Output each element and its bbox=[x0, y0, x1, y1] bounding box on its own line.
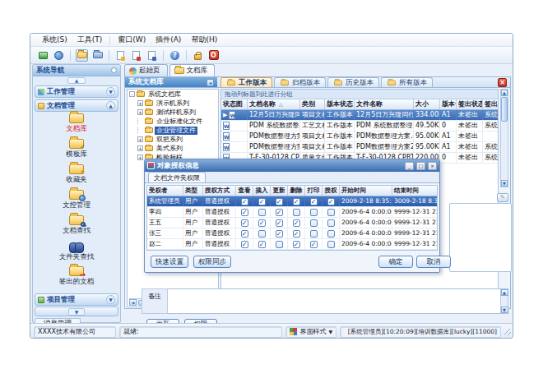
more-sections-bar[interactable]: ▼ bbox=[35, 307, 118, 316]
close-icon[interactable]: × bbox=[498, 78, 507, 87]
resize-grip[interactable] bbox=[504, 329, 511, 335]
sidebar-section-work[interactable]: 工作管理 ▼ bbox=[35, 85, 118, 98]
permission-row[interactable]: 李四用户普通授权✓✓2009-6-4 0:00:009999-12-31 23:… bbox=[147, 207, 437, 218]
note-textarea[interactable]: ▲ ▼ bbox=[168, 288, 508, 314]
exit-icon[interactable]: O bbox=[207, 49, 220, 62]
column-header-5[interactable]: 文件名称 bbox=[355, 99, 414, 109]
sidebar-item-7[interactable]: →签出的文档 bbox=[35, 266, 118, 289]
checkbox-checked-icon[interactable]: ✓ bbox=[241, 198, 248, 205]
sidebar-item-1[interactable]: 文档库 bbox=[35, 113, 118, 136]
permission-row[interactable]: 王五用户普通授权✓✓✓✓2009-6-4 0:00:009999-12-31 2… bbox=[147, 218, 437, 228]
checkbox-checked-icon[interactable]: ✓ bbox=[241, 230, 248, 238]
sidebar-item-6[interactable]: 文件夹查找 bbox=[35, 241, 118, 264]
mail-doc-icon[interactable] bbox=[114, 49, 127, 62]
folder-icon[interactable] bbox=[91, 49, 104, 62]
permission-column-header-10[interactable]: 开始时间 bbox=[340, 186, 392, 196]
permission-column-header-7[interactable]: 删除 bbox=[288, 186, 305, 196]
version-tab-2[interactable]: 归档版本 bbox=[274, 77, 326, 88]
checkbox-checked-icon[interactable]: ✓ bbox=[293, 198, 300, 205]
tree-node-6[interactable]: +双把系列 bbox=[128, 135, 218, 144]
checkbox-checked-icon[interactable]: ✓ bbox=[258, 198, 266, 205]
permission-column-header-3[interactable]: 授权方式 bbox=[203, 186, 236, 196]
checkbox-checked-icon[interactable]: ✓ bbox=[258, 241, 266, 248]
menu-item[interactable]: 系统(S) bbox=[37, 34, 72, 46]
sidebar-item-3[interactable]: ★收藏夹 bbox=[35, 164, 118, 187]
checkbox-unchecked-icon[interactable] bbox=[310, 230, 318, 238]
tab-doc-library[interactable]: 文档库 bbox=[169, 64, 216, 76]
permission-column-header-1[interactable]: 受权者 bbox=[147, 186, 183, 196]
pin-icon[interactable] bbox=[111, 67, 117, 73]
checkbox-checked-icon[interactable]: ✓ bbox=[293, 241, 300, 248]
chevron-down-icon[interactable]: ▼ bbox=[106, 87, 115, 96]
scroll-down-icon[interactable]: ▼ bbox=[501, 180, 508, 187]
column-header-8[interactable]: 签出状态 bbox=[457, 99, 483, 109]
note-scrollbar[interactable]: ▲ ▼ bbox=[500, 289, 508, 313]
checkbox-checked-icon[interactable]: ✓ bbox=[293, 219, 300, 227]
ok-button[interactable]: 确定 bbox=[378, 256, 413, 268]
menu-item[interactable]: 帮助(H) bbox=[186, 34, 222, 46]
checkbox-checked-icon[interactable]: ✓ bbox=[276, 230, 283, 238]
permission-row[interactable]: 系统管理员用户普通授权✓✓✓✓✓✓2009-2-18 8:35:573009-2… bbox=[147, 196, 437, 207]
checkbox-unchecked-icon[interactable] bbox=[258, 209, 266, 216]
scroll-up-strip[interactable]: ▲ bbox=[33, 76, 120, 85]
column-header-7[interactable]: 版本号 bbox=[440, 99, 457, 109]
tree-node-2[interactable]: +演示机系列 bbox=[128, 99, 218, 108]
version-tab-3[interactable]: 历史版本 bbox=[327, 77, 379, 88]
tree-node-3[interactable]: +测试样机系列 bbox=[128, 108, 218, 117]
cancel-button[interactable]: 取消 bbox=[416, 256, 451, 268]
connect-icon[interactable] bbox=[37, 49, 49, 62]
permission-column-header-5[interactable]: 插入 bbox=[253, 186, 271, 196]
scroll-down-icon[interactable]: ▼ bbox=[501, 307, 508, 313]
column-header-4[interactable]: 版本状态 bbox=[325, 99, 355, 109]
checkbox-checked-icon[interactable]: ✓ bbox=[327, 198, 335, 205]
tree-node-5[interactable]: 企业管理文件 bbox=[128, 126, 218, 135]
permission-column-header-6[interactable]: 更新 bbox=[271, 186, 288, 196]
mail-alert-icon[interactable] bbox=[130, 49, 142, 62]
checkbox-checked-icon[interactable]: ✓ bbox=[276, 209, 283, 216]
menu-item[interactable]: 窗口(W) bbox=[113, 34, 151, 46]
table-row[interactable]: ▶W12月5日万兴隆同行…项目文档工作版本12月5日万兴隆同行…334.00KB… bbox=[221, 110, 498, 121]
scroll-thumb[interactable] bbox=[501, 97, 508, 122]
ui-style-button[interactable]: 界面样式 ▼ bbox=[285, 326, 336, 338]
help-icon[interactable]: ? bbox=[169, 49, 181, 62]
column-header-1[interactable]: 状态图 bbox=[221, 99, 248, 109]
table-row[interactable]: WPDM数据整理方案.doc项目文档工作版本PDM数据整理方案.doc95.00… bbox=[221, 131, 498, 142]
quick-setup-button[interactable]: 快速设置 bbox=[151, 256, 188, 268]
scroll-up-icon[interactable]: ▲ bbox=[501, 90, 508, 96]
checkbox-checked-icon[interactable]: ✓ bbox=[293, 230, 300, 238]
column-header-2[interactable]: 文档名称△ bbox=[248, 99, 300, 109]
expand-icon[interactable]: + bbox=[137, 109, 143, 115]
dialog-titlebar[interactable]: 对象授权信息 _ □ × bbox=[145, 159, 439, 172]
checkbox-checked-icon[interactable]: ✓ bbox=[258, 219, 266, 227]
checkbox-checked-icon[interactable]: ✓ bbox=[241, 219, 248, 227]
sidebar-item-5[interactable]: 文档查找 bbox=[35, 215, 118, 238]
checkbox-unchecked-icon[interactable] bbox=[327, 219, 335, 227]
sidebar-section-doc[interactable]: 文档管理 ▲ bbox=[35, 99, 118, 112]
checkbox-unchecked-icon[interactable] bbox=[310, 209, 318, 216]
checkbox-checked-icon[interactable]: ✓ bbox=[241, 209, 248, 216]
lock-icon[interactable] bbox=[192, 49, 204, 62]
chevron-down-icon[interactable]: ▼ bbox=[106, 295, 115, 304]
tree-node-4[interactable]: 企业标准化文件 bbox=[128, 117, 218, 126]
permission-column-header-11[interactable]: 结束时间 bbox=[392, 186, 438, 196]
scroll-up-icon[interactable]: ▲ bbox=[501, 289, 508, 296]
permission-row[interactable]: 赵二用户普通授权✓✓✓✓2009-6-4 0:00:009999-12-31 2… bbox=[147, 239, 437, 250]
open-folder-icon[interactable] bbox=[76, 49, 88, 62]
column-header-9[interactable]: 签出用户 bbox=[483, 99, 499, 109]
checkbox-checked-icon[interactable]: ✓ bbox=[310, 241, 318, 248]
checkbox-unchecked-icon[interactable] bbox=[258, 230, 266, 238]
table-row[interactable]: WPDM 系统数据整理检…工艺文档工作版本PDM 系统数据整理…49.50KB0… bbox=[221, 121, 498, 131]
tree-node-7[interactable]: +美式系列 bbox=[128, 144, 218, 153]
globe-icon[interactable] bbox=[53, 49, 65, 62]
sidebar-item-2[interactable]: ✓模板库 bbox=[35, 139, 118, 162]
edit-field-button[interactable]: ✎ bbox=[497, 193, 508, 202]
mail-user-icon[interactable] bbox=[146, 49, 158, 62]
collapse-icon[interactable]: - bbox=[129, 91, 135, 97]
sidebar-section-project[interactable]: 项目管理 ▼ bbox=[35, 293, 118, 306]
checkbox-checked-icon[interactable]: ✓ bbox=[241, 241, 248, 248]
permission-column-header-8[interactable]: 打印 bbox=[305, 186, 323, 196]
permission-sync-button[interactable]: 权限同步 bbox=[193, 256, 231, 268]
permission-column-header-4[interactable]: 查看 bbox=[236, 186, 253, 196]
minimize-icon[interactable]: _ bbox=[405, 162, 414, 170]
permission-row[interactable]: 张三用户普通授权✓✓✓2009-6-4 0:00:009999-12-31 23… bbox=[147, 228, 437, 239]
